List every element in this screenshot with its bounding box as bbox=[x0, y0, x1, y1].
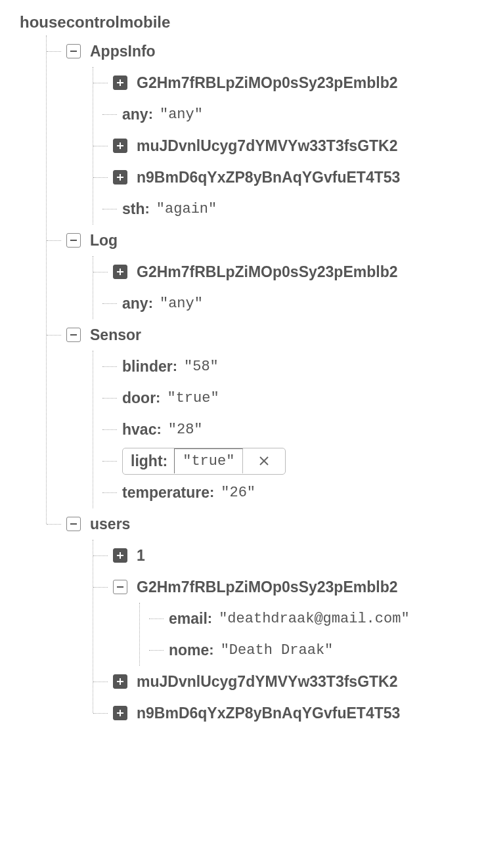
database-tree: housecontrolmobile AppsInfo G2Hm7fRBLpZi… bbox=[20, 13, 473, 729]
leaf-key[interactable]: hvac bbox=[122, 421, 156, 439]
leaf-key[interactable]: door bbox=[122, 389, 156, 407]
leaf-value[interactable]: "true" bbox=[167, 390, 219, 406]
leaf-key[interactable]: light: bbox=[123, 448, 174, 474]
node-label[interactable]: n9BmD6qYxZP8yBnAqYGvfuET4T53 bbox=[137, 705, 400, 722]
node-label[interactable]: G2Hm7fRBLpZiMOp0sSy23pEmblb2 bbox=[137, 74, 397, 92]
svg-rect-4 bbox=[117, 145, 123, 146]
tree-node: muJDvnlUcyg7dYMVYw33T3fsGTK2 bbox=[93, 666, 473, 697]
close-icon bbox=[258, 455, 270, 467]
svg-rect-18 bbox=[117, 681, 123, 682]
tree-node: G2Hm7fRBLpZiMOp0sSy23pEmblb2 email: "dea… bbox=[93, 571, 473, 666]
expand-icon[interactable] bbox=[113, 548, 127, 563]
root-children: AppsInfo G2Hm7fRBLpZiMOp0sSy23pEmblb2 an… bbox=[46, 35, 473, 729]
expand-icon[interactable] bbox=[113, 139, 127, 153]
tree-node: G2Hm7fRBLpZiMOp0sSy23pEmblb2 bbox=[93, 256, 473, 288]
node-appsinfo: AppsInfo G2Hm7fRBLpZiMOp0sSy23pEmblb2 an… bbox=[47, 35, 473, 225]
value-input[interactable]: "true" bbox=[174, 448, 243, 473]
collapse-icon[interactable] bbox=[113, 580, 127, 594]
leaf-value[interactable]: "any" bbox=[160, 106, 203, 123]
inline-editor: light: "true" bbox=[122, 448, 286, 475]
tree-leaf: sth: "again" bbox=[102, 193, 473, 225]
tree-leaf-editing: light: "true" bbox=[102, 445, 473, 477]
svg-rect-6 bbox=[117, 177, 123, 178]
expand-icon[interactable] bbox=[113, 170, 127, 184]
node-label[interactable]: 1 bbox=[137, 547, 145, 565]
leaf-value[interactable]: "26" bbox=[221, 485, 255, 501]
node-label[interactable]: Log bbox=[90, 232, 118, 250]
log-children: G2Hm7fRBLpZiMOp0sSy23pEmblb2 any: "any" bbox=[93, 256, 473, 319]
tree-node: muJDvnlUcyg7dYMVYw33T3fsGTK2 bbox=[93, 130, 473, 162]
leaf-key[interactable]: any bbox=[122, 295, 148, 313]
tree-leaf: blinder: "58" bbox=[102, 351, 473, 382]
tree-leaf: any: "any" bbox=[102, 288, 473, 319]
node-label[interactable]: n9BmD6qYxZP8yBnAqYGvfuET4T53 bbox=[137, 169, 400, 186]
expand-icon[interactable] bbox=[113, 76, 127, 90]
leaf-key[interactable]: email bbox=[169, 610, 208, 628]
leaf-key[interactable]: blinder bbox=[122, 358, 173, 376]
collapse-icon[interactable] bbox=[66, 44, 81, 58]
tree-node: G2Hm7fRBLpZiMOp0sSy23pEmblb2 bbox=[93, 67, 473, 98]
svg-rect-9 bbox=[117, 271, 123, 272]
delete-button[interactable] bbox=[243, 455, 285, 467]
leaf-key[interactable]: sth bbox=[122, 200, 145, 218]
tree-leaf: temperature: "26" bbox=[102, 477, 473, 508]
node-sensor: Sensor blinder: "58" door: "true" bbox=[47, 319, 473, 508]
leaf-value[interactable]: "58" bbox=[184, 358, 219, 375]
svg-rect-0 bbox=[70, 51, 77, 52]
expand-icon[interactable] bbox=[113, 265, 127, 279]
leaf-value[interactable]: "28" bbox=[168, 422, 203, 438]
node-users: users 1 G2Hm7fRBLpZi bbox=[47, 508, 473, 729]
tree-node: n9BmD6qYxZP8yBnAqYGvfuET4T53 bbox=[93, 162, 473, 193]
svg-rect-16 bbox=[117, 586, 123, 588]
expand-icon[interactable] bbox=[113, 706, 127, 720]
svg-rect-15 bbox=[117, 555, 123, 556]
leaf-value[interactable]: "deathdraak@gmail.com" bbox=[219, 611, 409, 627]
svg-rect-20 bbox=[117, 712, 123, 714]
node-label[interactable]: muJDvnlUcyg7dYMVYw33T3fsGTK2 bbox=[137, 673, 398, 691]
leaf-value[interactable]: "any" bbox=[160, 295, 203, 312]
tree-leaf: nome: "Death Draak" bbox=[149, 634, 473, 666]
leaf-key[interactable]: temperature bbox=[122, 484, 210, 502]
svg-rect-10 bbox=[70, 334, 77, 336]
collapse-icon[interactable] bbox=[66, 233, 81, 248]
user-children: email: "deathdraak@gmail.com" nome: "Dea… bbox=[139, 603, 473, 666]
sensor-children: blinder: "58" door: "true" hvac: "28" bbox=[93, 351, 473, 508]
tree-leaf: hvac: "28" bbox=[102, 414, 473, 445]
expand-icon[interactable] bbox=[113, 674, 127, 689]
node-label[interactable]: muJDvnlUcyg7dYMVYw33T3fsGTK2 bbox=[137, 137, 398, 155]
tree-leaf: email: "deathdraak@gmail.com" bbox=[149, 603, 473, 634]
users-children: 1 G2Hm7fRBLpZiMOp0sSy23pEmblb2 email: bbox=[93, 540, 473, 729]
node-label[interactable]: G2Hm7fRBLpZiMOp0sSy23pEmblb2 bbox=[137, 578, 397, 596]
node-label[interactable]: Sensor bbox=[90, 326, 141, 344]
appsinfo-children: G2Hm7fRBLpZiMOp0sSy23pEmblb2 any: "any" … bbox=[93, 67, 473, 225]
leaf-value[interactable]: "Death Draak" bbox=[221, 642, 334, 659]
node-label[interactable]: G2Hm7fRBLpZiMOp0sSy23pEmblb2 bbox=[137, 263, 397, 281]
tree-leaf: any: "any" bbox=[102, 98, 473, 130]
svg-rect-2 bbox=[117, 82, 123, 83]
node-label[interactable]: AppsInfo bbox=[90, 43, 156, 60]
node-label[interactable]: users bbox=[90, 515, 130, 533]
root-node-label[interactable]: housecontrolmobile bbox=[20, 13, 473, 32]
collapse-icon[interactable] bbox=[66, 517, 81, 531]
collapse-icon[interactable] bbox=[66, 328, 81, 342]
tree-node: n9BmD6qYxZP8yBnAqYGvfuET4T53 bbox=[93, 697, 473, 729]
leaf-key[interactable]: nome bbox=[169, 641, 209, 659]
svg-rect-7 bbox=[70, 240, 77, 241]
tree-leaf: door: "true" bbox=[102, 382, 473, 414]
node-log: Log G2Hm7fRBLpZiMOp0sSy23pEmblb2 any: "a… bbox=[47, 225, 473, 319]
leaf-value[interactable]: "again" bbox=[156, 201, 217, 217]
svg-rect-13 bbox=[70, 523, 77, 525]
tree-node: 1 bbox=[93, 540, 473, 571]
leaf-key[interactable]: any bbox=[122, 106, 148, 123]
